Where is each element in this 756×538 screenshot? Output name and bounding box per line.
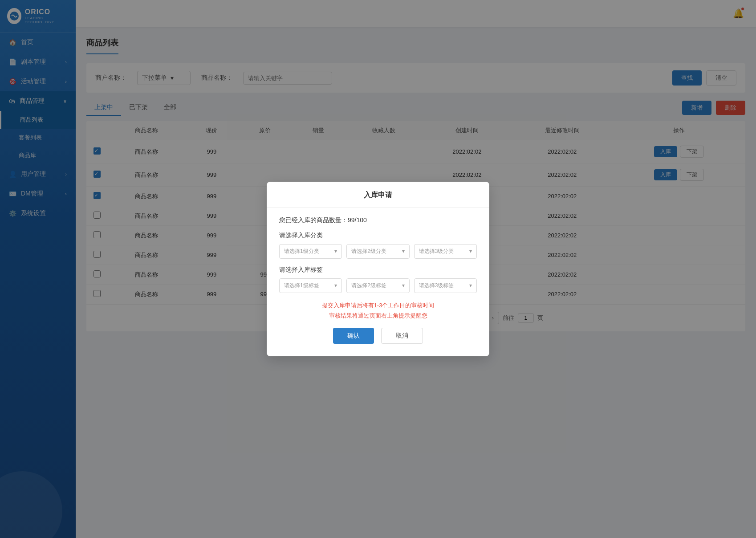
cancel-button[interactable]: 取消 [381,328,423,344]
instock-modal: 入库申请 您已经入库的商品数量：99/100 请选择入库分类 请选择1级分类 ▾… [267,182,489,357]
category-label: 请选择入库分类 [279,232,477,240]
tag-level3-select[interactable]: 请选择3级标签 ▾ [414,278,477,293]
category-level2-placeholder: 请选择2级分类 [351,248,386,255]
chevron-down-icon: ▾ [402,282,405,289]
modal-notice: 提交入库申请后将有1-3个工作日的审核时间 审核结果将通过页面右上角提示提醒您 [279,300,477,321]
category-level3-select[interactable]: 请选择3级分类 ▾ [414,244,477,259]
modal-count-text: 您已经入库的商品数量：99/100 [279,216,477,224]
tag-level2-placeholder: 请选择2级标签 [351,282,386,289]
tag-level1-placeholder: 请选择1级标签 [284,282,319,289]
chevron-down-icon: ▾ [334,282,337,289]
category-level1-placeholder: 请选择1级分类 [284,248,319,255]
notice-line1: 提交入库申请后将有1-3个工作日的审核时间 [279,300,477,310]
tag-level3-placeholder: 请选择3级标签 [419,282,454,289]
modal-title: 入库申请 [267,182,489,208]
chevron-down-icon: ▾ [469,248,472,254]
tag-level1-select[interactable]: 请选择1级标签 ▾ [279,278,342,293]
confirm-button[interactable]: 确认 [333,328,374,344]
category-level3-placeholder: 请选择3级分类 [419,248,454,255]
notice-line2: 审核结果将通过页面右上角提示提醒您 [279,310,477,321]
category-level2-select[interactable]: 请选择2级分类 ▾ [346,244,409,259]
chevron-down-icon: ▾ [402,248,405,254]
modal-body: 您已经入库的商品数量：99/100 请选择入库分类 请选择1级分类 ▾ 请选择2… [267,208,489,357]
tag-label: 请选择入库标签 [279,266,477,274]
modal-footer: 确认 取消 [279,328,477,347]
tag-level2-select[interactable]: 请选择2级标签 ▾ [346,278,409,293]
chevron-down-icon: ▾ [469,282,472,289]
chevron-down-icon: ▾ [334,248,337,254]
tag-selects: 请选择1级标签 ▾ 请选择2级标签 ▾ 请选择3级标签 ▾ [279,278,477,293]
category-level1-select[interactable]: 请选择1级分类 ▾ [279,244,342,259]
modal-overlay[interactable]: 入库申请 您已经入库的商品数量：99/100 请选择入库分类 请选择1级分类 ▾… [0,0,756,538]
category-selects: 请选择1级分类 ▾ 请选择2级分类 ▾ 请选择3级分类 ▾ [279,244,477,259]
